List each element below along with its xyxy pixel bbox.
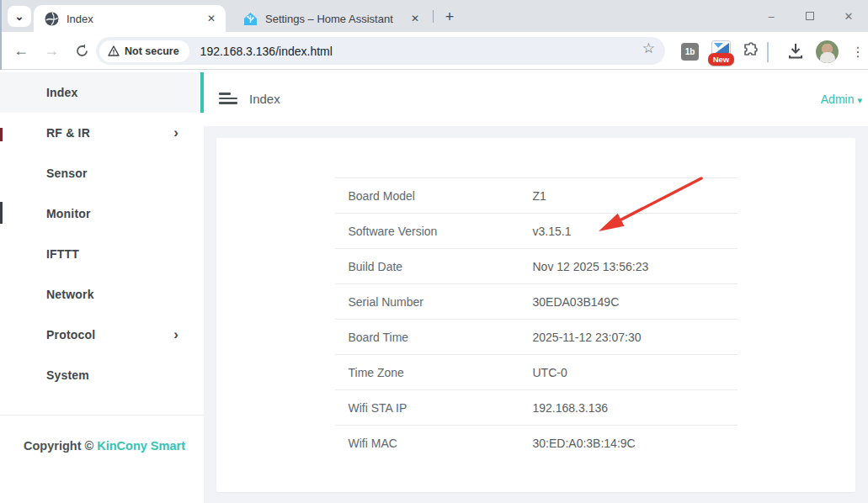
avatar-shirt	[820, 52, 835, 63]
warning-icon	[108, 45, 120, 56]
row-value: UTC-0	[533, 366, 738, 379]
background-window-artifact	[0, 128, 3, 141]
copyright-text: Copyright ©	[24, 439, 97, 453]
extension-new-badge: New	[708, 53, 734, 66]
row-value: v3.15.1	[533, 225, 738, 238]
tab-home-assistant[interactable]: Settings – Home Assistant ✕	[232, 5, 429, 32]
maximize-icon	[806, 12, 814, 20]
bookmark-star-icon[interactable]: ☆	[642, 40, 655, 57]
row-value: 192.168.3.136	[533, 401, 738, 415]
table-row: Software Version v3.15.1	[335, 213, 738, 248]
admin-dropdown[interactable]: Admin▾	[821, 93, 862, 106]
back-button[interactable]: ←	[10, 40, 32, 61]
main-content: Board Model Z1 Software Version v3.15.1 …	[204, 126, 868, 503]
tab-search-button[interactable]: ⌄	[8, 6, 31, 27]
device-info-table: Board Model Z1 Software Version v3.15.1 …	[335, 177, 738, 460]
browser-menu-kebab-icon[interactable]: ⋮	[850, 40, 865, 63]
reload-button[interactable]	[71, 40, 93, 61]
reload-icon	[75, 44, 89, 58]
sidebar-item-label: RF & IR	[46, 126, 90, 140]
sidebar-item-monitor[interactable]: Monitor	[0, 193, 204, 234]
row-label: Time Zone	[335, 366, 533, 379]
tab-title: Settings – Home Assistant	[265, 13, 407, 25]
row-value: Z1	[533, 189, 738, 203]
close-window-button[interactable]: ✕	[829, 0, 868, 32]
maximize-button[interactable]	[791, 0, 829, 32]
copyright: Copyright © KinCony Smart	[24, 439, 204, 453]
page-title: Index	[249, 92, 280, 106]
globe-icon	[45, 12, 59, 26]
table-row: Board Model Z1	[335, 177, 738, 213]
table-row: Wifi STA IP 192.168.3.136	[335, 389, 738, 425]
hamburger-menu-icon[interactable]	[219, 93, 237, 104]
sidebar-item-protocol[interactable]: Protocol ›	[0, 315, 204, 355]
admin-label: Admin	[821, 93, 855, 106]
toolbar-separator	[767, 42, 769, 62]
table-row: Serial Number 30EDA03B149C	[335, 283, 738, 319]
sidebar-item-label: Index	[46, 86, 78, 99]
extensions-puzzle-icon[interactable]	[743, 42, 760, 59]
chevron-right-icon: ›	[173, 315, 178, 355]
row-label: Wifi MAC	[335, 437, 533, 450]
row-value: 30EDA03B149C	[533, 295, 738, 309]
row-label: Board Model	[335, 189, 533, 203]
row-label: Serial Number	[335, 295, 533, 309]
sidebar-item-label: Sensor	[46, 167, 88, 180]
sidebar-item-index[interactable]: Index	[0, 72, 204, 113]
tab-index[interactable]: Index ✕	[34, 5, 226, 32]
caret-down-icon: ▾	[857, 95, 862, 105]
background-window-artifact	[0, 202, 3, 224]
profile-avatar[interactable]	[816, 40, 839, 63]
download-icon[interactable]	[786, 41, 805, 61]
sidebar-item-label: Monitor	[46, 207, 91, 220]
sidebar-item-network[interactable]: Network	[0, 274, 204, 315]
extension-1b-icon[interactable]: 1b	[681, 43, 699, 61]
table-row: Wifi MAC 30:ED:A0:3B:14:9C	[335, 425, 738, 460]
chevron-down-icon: ⌄	[15, 10, 24, 23]
sidebar-item-label: Network	[46, 288, 94, 301]
new-tab-button[interactable]: +	[439, 6, 461, 28]
home-assistant-icon	[243, 12, 258, 26]
close-tab-icon[interactable]: ✕	[407, 11, 423, 26]
security-chip[interactable]: Not secure	[99, 40, 189, 62]
address-bar[interactable]: Not secure 192.168.3.136/index.html ☆	[96, 37, 665, 65]
page-header: Index Admin▾	[204, 70, 868, 126]
minimize-button[interactable]: –	[752, 0, 791, 32]
table-row: Time Zone UTC-0	[335, 354, 738, 389]
row-label: Board Time	[335, 331, 533, 344]
window-edge	[0, 0, 2, 70]
window-controls: – ✕	[752, 0, 868, 32]
kincony-smart-link[interactable]: KinCony Smart	[97, 439, 185, 453]
sidebar-item-label: IFTTT	[46, 247, 79, 261]
row-value: 30:ED:A0:3B:14:9C	[533, 437, 738, 450]
sidebar-item-label: System	[46, 368, 89, 382]
tab-title: Index	[67, 13, 204, 25]
table-row: Board Time 2025-11-12 23:07:30	[335, 319, 738, 354]
avatar-face	[823, 44, 832, 52]
row-label: Wifi STA IP	[335, 401, 533, 415]
web-page: Index RF & IR › Sensor Monitor IFTTT Net…	[0, 70, 868, 503]
sidebar-item-rf-ir[interactable]: RF & IR ›	[0, 113, 204, 153]
sidebar-item-sensor[interactable]: Sensor	[0, 153, 204, 193]
security-chip-label: Not secure	[125, 45, 179, 57]
sidebar-item-ifttt[interactable]: IFTTT	[0, 234, 204, 274]
info-card: Board Model Z1 Software Version v3.15.1 …	[216, 138, 855, 492]
row-value: Nov 12 2025 13:56:23	[533, 260, 738, 273]
sidebar-item-system[interactable]: System	[0, 355, 204, 395]
tab-strip: ⌄ Index ✕ Settings – Home Assistant ✕ + …	[0, 0, 868, 32]
row-label: Build Date	[335, 260, 533, 273]
forward-button[interactable]: →	[40, 40, 62, 61]
row-label: Software Version	[335, 225, 533, 238]
close-tab-icon[interactable]: ✕	[204, 11, 219, 26]
chevron-right-icon: ›	[173, 113, 178, 153]
tab-separator	[433, 10, 434, 23]
sidebar-menu: Index RF & IR › Sensor Monitor IFTTT Net…	[0, 70, 204, 395]
sidebar-item-label: Protocol	[46, 328, 95, 342]
table-row: Build Date Nov 12 2025 13:56:23	[335, 248, 738, 283]
sidebar-divider	[0, 415, 204, 416]
browser-window: ⌄ Index ✕ Settings – Home Assistant ✕ + …	[0, 0, 868, 503]
sidebar: Index RF & IR › Sensor Monitor IFTTT Net…	[0, 70, 204, 503]
row-value: 2025-11-12 23:07:30	[533, 331, 738, 344]
url-text[interactable]: 192.168.3.136/index.html	[200, 45, 333, 58]
